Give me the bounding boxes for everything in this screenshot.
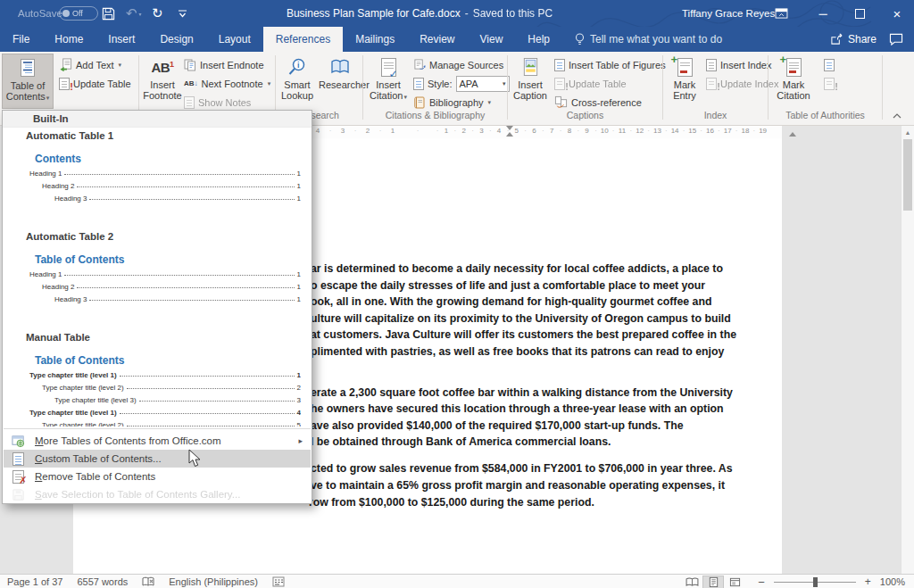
- close-button[interactable]: ×: [882, 0, 912, 27]
- table-of-contents-button[interactable]: Table of Contents▾: [2, 54, 54, 109]
- zoom-slider[interactable]: [774, 576, 856, 588]
- tab-file[interactable]: File: [0, 27, 42, 52]
- document-text-line: erate a 2,300 square foot coffee bar wit…: [311, 386, 733, 399]
- read-mode-icon: [686, 577, 699, 587]
- toc-entry: Heading 31: [28, 292, 301, 304]
- style-value: APA: [460, 79, 478, 89]
- qat-customize-button[interactable]: [178, 0, 187, 27]
- ruler-mark: ·: [542, 127, 544, 136]
- insert-index-icon: [706, 59, 717, 71]
- insert-endnote-button[interactable]: Insert Endnote: [184, 56, 264, 73]
- word-count[interactable]: 6557 words: [70, 576, 135, 587]
- zoom-in-button[interactable]: +: [861, 576, 875, 588]
- cross-reference-button[interactable]: Cross-reference: [554, 94, 642, 111]
- ruler-mark: ·: [524, 127, 527, 136]
- scroll-up-button[interactable]: ▲: [902, 126, 914, 138]
- insert-citation-button[interactable]: ✓ Insert Citation▾: [367, 54, 410, 109]
- insert-table-figures-button[interactable]: Insert Table of Figures: [554, 56, 666, 73]
- update-table-button[interactable]: ! Update Table: [59, 75, 131, 92]
- scrollbar-thumb[interactable]: [903, 139, 912, 211]
- autosave-toggle[interactable]: Off: [59, 0, 98, 27]
- insert-table-of-authorities-button[interactable]: [824, 56, 835, 73]
- toc-entry-label: Type chapter title (level 1): [29, 370, 117, 380]
- manage-sources-button[interactable]: Manage Sources: [413, 56, 503, 73]
- collapse-ribbon-button[interactable]: [889, 109, 905, 123]
- qat-customize-icon: [178, 9, 187, 18]
- autosave-label: AutoSave: [18, 0, 62, 27]
- ribbon-display-options-button[interactable]: [775, 0, 788, 27]
- hanging-indent-marker[interactable]: [506, 132, 513, 137]
- toc-gallery-item[interactable]: Table of ContentsHeading 11Heading 21Hea…: [28, 253, 301, 304]
- tab-references[interactable]: References: [263, 27, 343, 52]
- right-indent-marker[interactable]: [789, 132, 796, 137]
- add-text-button[interactable]: Add Text▾: [59, 56, 121, 73]
- minimize-button[interactable]: ─: [808, 0, 838, 27]
- read-mode-button[interactable]: [681, 576, 702, 588]
- menu-item-remove-table-of-contents[interactable]: ✗ Remove Table of Contents: [4, 468, 311, 485]
- researcher-icon: [330, 57, 350, 77]
- maximize-button[interactable]: [844, 0, 875, 27]
- tab-layout[interactable]: Layout: [206, 27, 263, 52]
- mark-entry-button[interactable]: + Mark Entry: [667, 54, 702, 109]
- statusbar-right: − + 100%: [681, 576, 914, 588]
- next-footnote-button[interactable]: AB↓ Next Footnote▾: [184, 75, 270, 92]
- toc-entry-label: Heading 3: [54, 294, 87, 304]
- zoom-slider-thumb[interactable]: [813, 577, 818, 587]
- vertical-scrollbar[interactable]: ▲: [901, 125, 914, 574]
- tab-mailings[interactable]: Mailings: [343, 27, 407, 52]
- toc-gallery-item[interactable]: Table of ContentsType chapter title (lev…: [28, 344, 301, 427]
- table-of-contents-dropdown: Built-In Automatic Table 1ContentsHeadin…: [2, 110, 312, 504]
- undo-button[interactable]: ↶▾: [126, 0, 142, 27]
- zoom-out-button[interactable]: −: [745, 576, 769, 588]
- submenu-arrow-icon: ▸: [298, 436, 303, 445]
- builtin-header: Built-In: [3, 111, 312, 128]
- tab-design[interactable]: Design: [147, 27, 205, 52]
- insert-index-button[interactable]: Insert Index: [706, 56, 771, 73]
- macro-recording-button[interactable]: [265, 576, 292, 587]
- document-text-line: row from $100,000 to $125,000 during the…: [309, 496, 594, 509]
- proofing-status[interactable]: [135, 576, 162, 587]
- researcher-button[interactable]: Researcher: [319, 54, 361, 109]
- group-label-captions: Captions: [508, 110, 662, 120]
- ribbon-tabs: FileHomeInsertDesignLayoutReferencesMail…: [0, 27, 562, 52]
- remove-toc-icon: ✗: [11, 469, 25, 484]
- bibliography-button[interactable]: Bibliography▾: [413, 94, 491, 111]
- web-layout-button[interactable]: [724, 576, 745, 588]
- tab-insert[interactable]: Insert: [96, 27, 147, 52]
- comments-icon[interactable]: [889, 33, 903, 46]
- language-indicator[interactable]: English (Philippines): [162, 576, 265, 587]
- menu-item-more-tables-from-office[interactable]: More Tables of Contents from Office.com …: [4, 432, 311, 450]
- undo-dropdown-arrow-icon: ▾: [139, 11, 142, 17]
- ruler-mark: 19: [759, 127, 767, 136]
- manage-sources-icon: [413, 59, 426, 70]
- update-table-of-authorities-icon: !: [824, 78, 835, 90]
- title-bar: AutoSave Off ↶▾ ↻ Business Plan Sample f…: [0, 0, 914, 27]
- toc-entry-page: 2: [297, 383, 301, 393]
- cross-reference-icon: [554, 95, 568, 109]
- mark-citation-button[interactable]: + Mark Citation: [772, 54, 815, 109]
- group-table-of-authorities: + Mark Citation ! Table of Authorities: [769, 52, 882, 123]
- insert-footnote-button[interactable]: AB1 Insert Footnote: [143, 54, 182, 109]
- tab-home[interactable]: Home: [42, 27, 96, 52]
- menu-item-custom-table-of-contents[interactable]: Custom Table of Contents...: [4, 450, 311, 468]
- first-line-indent-marker[interactable]: [506, 126, 513, 130]
- style-select[interactable]: APA ▾: [456, 76, 510, 92]
- tab-review[interactable]: Review: [407, 27, 467, 52]
- share-button[interactable]: Share: [830, 33, 877, 46]
- smart-lookup-button[interactable]: i Smart Lookup: [277, 54, 318, 109]
- ruler-mark: ·: [630, 127, 633, 136]
- document-filename: Business Plan Sample for Cafe.docx: [287, 7, 461, 20]
- tab-view[interactable]: View: [468, 27, 516, 52]
- tab-help[interactable]: Help: [515, 27, 562, 52]
- insert-caption-button[interactable]: Insert Caption: [510, 54, 551, 109]
- dot-leader: [64, 174, 294, 175]
- save-button[interactable]: [102, 0, 115, 27]
- toc-entry: Type chapter title (level 1)4: [28, 405, 301, 418]
- tellme-box[interactable]: Tell me what you want to do: [575, 27, 722, 52]
- redo-button[interactable]: ↻: [152, 0, 163, 27]
- page-indicator[interactable]: Page 1 of 37: [0, 576, 70, 587]
- zoom-level[interactable]: 100%: [875, 576, 914, 587]
- dot-leader: [64, 275, 294, 276]
- print-layout-button[interactable]: [702, 576, 724, 588]
- toc-gallery-item[interactable]: ContentsHeading 11Heading 21Heading 31: [28, 153, 301, 203]
